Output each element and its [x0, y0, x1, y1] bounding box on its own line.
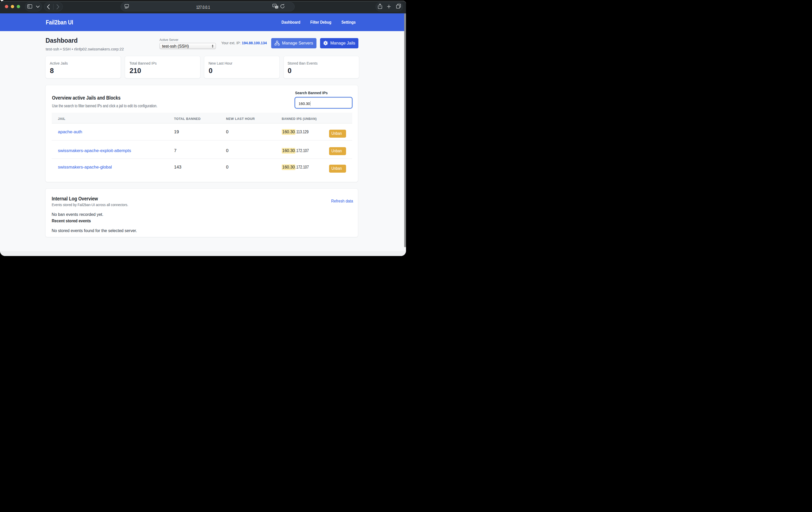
svg-text:A: A [274, 4, 275, 7]
svg-text:文: 文 [276, 6, 278, 8]
